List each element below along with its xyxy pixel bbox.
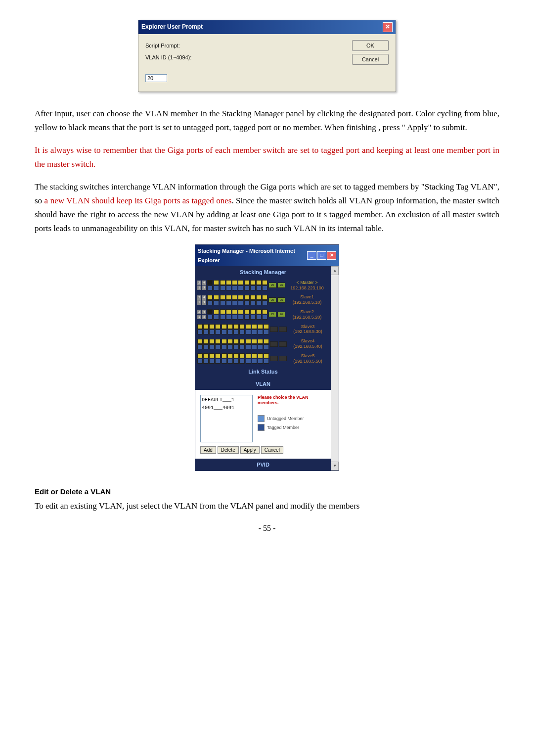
ok-button[interactable]: OK [352,40,389,51]
scroll-down-icon[interactable]: ▾ [331,462,339,471]
legend-box-tagged-icon [258,424,265,431]
delete-button[interactable]: Delete [218,446,239,454]
cancel-vlan-button[interactable]: Cancel [261,446,283,454]
switch-ports[interactable]: 21 43 25 26 [197,295,285,305]
minimize-icon[interactable]: _ [307,251,316,260]
dialog-text: Script Prompt: VLAN ID (1~4094): [145,41,191,62]
switch-label-slave4: Slave4 (192.168.5.40) [287,338,329,349]
stacking-content: ▴ ▾ Stacking Manager 21 43 [195,266,339,471]
switch-label-master: < Master > 192.168.223.100 [285,280,329,291]
switch-ip: (192.168.5.10) [285,300,329,305]
giga-port-26[interactable]: 26 [277,297,285,303]
vlan-list-item[interactable]: 4091___4091 [202,404,251,413]
dialog-input-row [138,71,396,92]
stacking-manager-window: Stacking Manager - Microsoft Internet Ex… [195,244,339,471]
stacking-titlebar: Stacking Manager - Microsoft Internet Ex… [195,245,339,266]
giga-port-26[interactable]: 26 [277,312,285,317]
stacking-title: Stacking Manager - Microsoft Internet Ex… [198,246,307,264]
switch-row-slave5: Slave5 (192.168.5.50) [195,351,331,366]
switch-ports[interactable]: 21 43 25 26 [197,280,285,290]
giga-port-25[interactable]: 25 [268,283,276,288]
switch-name: Slave2 [285,309,329,315]
switch-label-slave5: Slave5 (192.168.5.50) [287,353,329,364]
legend-tagged: Tagged Member [258,424,326,431]
switch-ports[interactable] [197,353,287,364]
switch-name: Slave5 [287,353,329,359]
switch-ports[interactable]: 21 43 25 26 [197,309,285,320]
giga-port-26[interactable]: 26 [277,283,285,288]
vlan-buttons: Add Delete Apply Cancel [200,446,326,454]
apply-button[interactable]: Apply [240,446,260,454]
switch-ip: (192.168.5.40) [287,344,329,349]
vlan-content: DEFAULT___1 4091___4091 Please choice th… [200,395,326,442]
vlan-notice: Please choice the VLAN members. [258,395,326,406]
giga-port-25[interactable] [270,356,278,361]
giga-port-26[interactable] [279,327,287,332]
switch-row-slave3: Slave3 (192.168.5.30) [195,322,331,337]
switch-row-slave1: 21 43 25 26 [195,292,331,307]
pvid-header[interactable]: PVID [195,459,331,471]
p3-red-inline: a new VLAN should keep its Giga ports as… [44,196,232,205]
link-status-header[interactable]: Link Status [195,366,331,378]
dialog-buttons: OK Cancel [352,40,389,65]
scroll-up-icon[interactable]: ▴ [331,266,339,275]
switch-ip: (192.168.5.50) [287,359,329,364]
script-prompt-label: Script Prompt: [145,41,191,50]
legend-untagged: Untagged Member [258,415,326,423]
scroll-track[interactable] [331,275,339,462]
edit-delete-title: Edit or Delete a VLAN [35,486,499,498]
paragraph-3: The stacking switches interchange VLAN i… [35,180,499,236]
switch-name: Slave1 [285,294,329,300]
legend-box-untagged-icon [258,415,265,422]
switch-row-master: 21 43 25 26 [195,278,331,293]
switch-name: < Master > [285,280,329,285]
switch-row-slave4: Slave4 (192.168.5.40) [195,336,331,351]
vlan-panel: DEFAULT___1 4091___4091 Please choice th… [195,390,331,459]
giga-port-25[interactable] [270,327,278,332]
switch-ip: (192.168.5.30) [287,329,329,334]
scrollbar[interactable]: ▴ ▾ [331,266,339,471]
giga-port-25[interactable]: 25 [268,297,276,303]
switch-ports[interactable] [197,339,287,349]
vlan-list[interactable]: DEFAULT___1 4091___4091 [200,395,253,442]
vlan-id-label: VLAN ID (1~4094): [145,53,191,62]
giga-port-26[interactable] [279,356,287,361]
close-icon[interactable]: ✕ [383,22,393,32]
switch-ip: 192.168.223.100 [285,285,329,291]
vlan-header[interactable]: VLAN [195,378,331,390]
vlan-info: Please choice the VLAN members. Untagged… [258,395,326,442]
switch-row-slave2: 21 43 25 26 [195,307,331,322]
vlan-id-input[interactable] [145,74,167,82]
dialog-body: Script Prompt: VLAN ID (1~4094): OK Canc… [138,34,396,71]
window-close-icon[interactable]: ✕ [327,251,336,260]
paragraph-1: After input, user can choose the VLAN me… [35,107,499,135]
switch-ports[interactable] [197,324,287,334]
cancel-button[interactable]: Cancel [352,54,389,65]
explorer-prompt-dialog: Explorer User Prompt ✕ Script Prompt: VL… [138,20,396,92]
switch-label-slave1: Slave1 (192.168.5.10) [285,294,329,305]
switch-name: Slave3 [287,324,329,330]
switch-ip: (192.168.5.20) [285,315,329,320]
dialog-titlebar: Explorer User Prompt ✕ [138,20,396,34]
switch-label-slave2: Slave2 (192.168.5.20) [285,309,329,320]
legend-text-tagged: Tagged Member [267,424,299,431]
switch-label-slave3: Slave3 (192.168.5.30) [287,324,329,335]
maximize-icon[interactable]: □ [317,251,326,260]
dialog-title: Explorer User Prompt [141,22,203,32]
page-number: - 55 - [35,522,499,535]
giga-port-25[interactable]: 25 [268,312,276,317]
paragraph-2-highlight: It is always wise to remember that the G… [35,143,499,171]
legend-text-untagged: Untagged Member [267,415,304,423]
edit-delete-text: To edit an existing VLAN, just select th… [35,499,499,513]
vlan-list-item[interactable]: DEFAULT___1 [202,396,251,405]
giga-port-25[interactable] [270,341,278,347]
switch-name: Slave4 [287,338,329,344]
stacking-manager-header: Stacking Manager [195,266,331,278]
add-button[interactable]: Add [200,446,216,454]
window-icons: _ □ ✕ [307,251,336,260]
giga-port-26[interactable] [279,341,287,347]
